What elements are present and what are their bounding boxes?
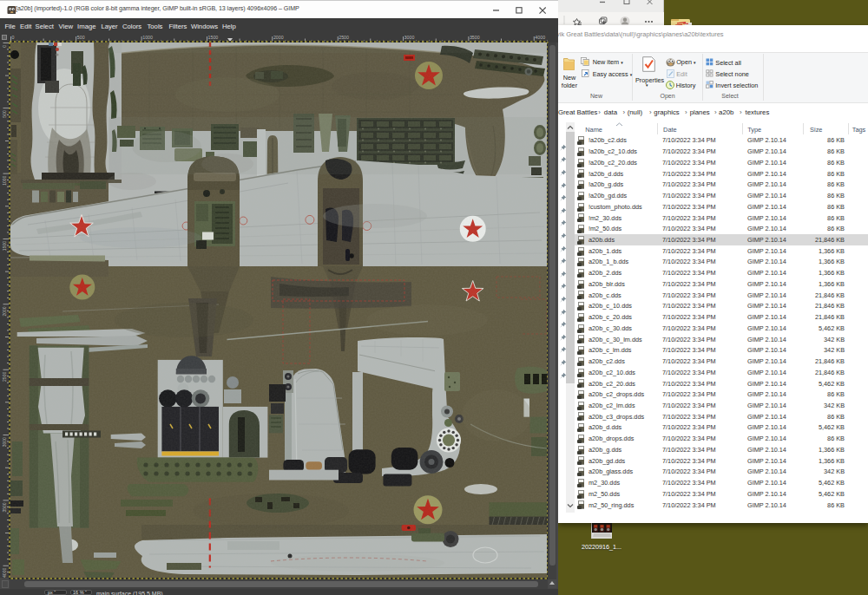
svg-text:2000: 2000 [2,306,7,316]
svg-text:2500: 2500 [339,35,349,40]
svg-text:4000: 4000 [2,567,7,577]
svg-text:1500: 1500 [208,35,219,40]
svg-text:3500: 3500 [2,502,7,512]
svg-text:1000: 1000 [142,35,153,40]
svg-text:3000: 3000 [404,35,415,40]
svg-text:3000: 3000 [2,436,7,446]
svg-text:500: 500 [2,110,7,118]
svg-text:0: 0 [2,44,7,47]
svg-text:0: 0 [12,35,15,40]
svg-text:1000: 1000 [2,175,7,185]
svg-text:500: 500 [77,35,85,40]
svg-text:2000: 2000 [273,35,284,40]
svg-text:1500: 1500 [2,240,7,250]
svg-text:2500: 2500 [2,371,7,381]
svg-text:3500: 3500 [470,35,480,40]
svg-text:4000: 4000 [535,35,545,40]
